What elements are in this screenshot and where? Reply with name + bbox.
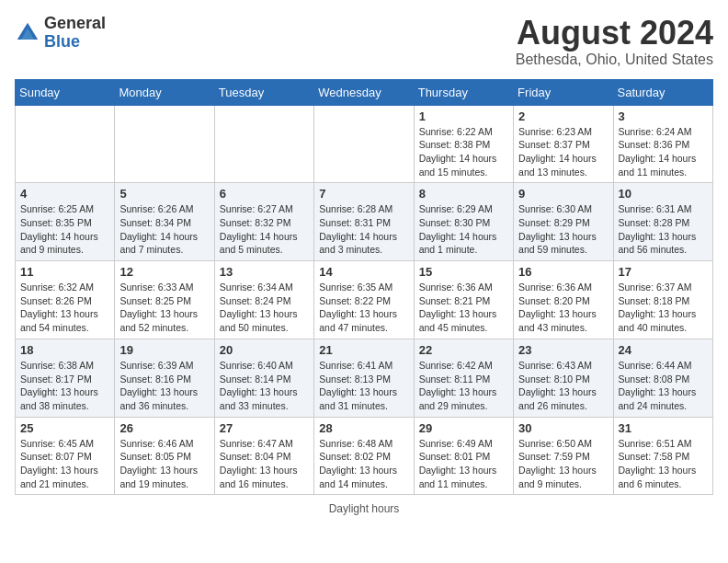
title-area: August 2024 Bethesda, Ohio, United State…	[516, 15, 713, 68]
calendar-cell	[115, 105, 214, 183]
day-info: Sunrise: 6:31 AM Sunset: 8:28 PM Dayligh…	[619, 202, 708, 257]
calendar-cell	[314, 105, 414, 183]
calendar-cell: 4Sunrise: 6:25 AM Sunset: 8:35 PM Daylig…	[16, 183, 115, 261]
calendar-cell: 29Sunrise: 6:49 AM Sunset: 8:01 PM Dayli…	[414, 417, 513, 495]
day-number: 6	[220, 187, 309, 201]
day-info: Sunrise: 6:49 AM Sunset: 8:01 PM Dayligh…	[419, 437, 508, 491]
calendar-cell: 2Sunrise: 6:23 AM Sunset: 8:37 PM Daylig…	[514, 105, 613, 183]
day-number: 28	[319, 421, 408, 435]
subtitle: Bethesda, Ohio, United States	[516, 52, 713, 68]
week-row-4: 18Sunrise: 6:38 AM Sunset: 8:17 PM Dayli…	[16, 339, 713, 417]
day-number: 14	[319, 265, 408, 279]
calendar-cell: 27Sunrise: 6:47 AM Sunset: 8:04 PM Dayli…	[214, 417, 313, 495]
calendar-cell: 11Sunrise: 6:32 AM Sunset: 8:26 PM Dayli…	[16, 261, 115, 339]
day-info: Sunrise: 6:44 AM Sunset: 8:08 PM Dayligh…	[619, 359, 708, 413]
day-header-tuesday: Tuesday	[214, 79, 313, 105]
day-number: 9	[518, 187, 608, 201]
day-number: 29	[419, 421, 508, 435]
calendar-cell: 26Sunrise: 6:46 AM Sunset: 8:05 PM Dayli…	[115, 417, 214, 495]
day-info: Sunrise: 6:22 AM Sunset: 8:38 PM Dayligh…	[419, 125, 508, 179]
day-info: Sunrise: 6:32 AM Sunset: 8:26 PM Dayligh…	[20, 281, 109, 335]
day-info: Sunrise: 6:38 AM Sunset: 8:17 PM Dayligh…	[20, 359, 109, 413]
day-number: 23	[518, 343, 608, 357]
calendar-cell: 8Sunrise: 6:29 AM Sunset: 8:30 PM Daylig…	[414, 183, 513, 261]
calendar-cell: 9Sunrise: 6:30 AM Sunset: 8:29 PM Daylig…	[514, 183, 613, 261]
day-number: 2	[518, 109, 608, 123]
main-title: August 2024	[516, 15, 713, 52]
day-number: 24	[619, 343, 708, 357]
day-info: Sunrise: 6:28 AM Sunset: 8:31 PM Dayligh…	[319, 202, 408, 257]
calendar-cell: 16Sunrise: 6:36 AM Sunset: 8:20 PM Dayli…	[514, 261, 613, 339]
calendar-cell: 23Sunrise: 6:43 AM Sunset: 8:10 PM Dayli…	[514, 339, 613, 417]
calendar-cell: 12Sunrise: 6:33 AM Sunset: 8:25 PM Dayli…	[115, 261, 214, 339]
week-row-1: 1Sunrise: 6:22 AM Sunset: 8:38 PM Daylig…	[16, 105, 713, 183]
day-info: Sunrise: 6:41 AM Sunset: 8:13 PM Dayligh…	[319, 359, 408, 413]
day-number: 19	[119, 343, 209, 357]
day-info: Sunrise: 6:48 AM Sunset: 8:02 PM Dayligh…	[319, 437, 408, 491]
day-info: Sunrise: 6:35 AM Sunset: 8:22 PM Dayligh…	[319, 281, 408, 335]
logo-text: General Blue	[44, 15, 106, 52]
calendar-cell: 30Sunrise: 6:50 AM Sunset: 7:59 PM Dayli…	[514, 417, 613, 495]
calendar-cell: 15Sunrise: 6:36 AM Sunset: 8:21 PM Dayli…	[414, 261, 513, 339]
day-number: 11	[20, 265, 109, 279]
day-info: Sunrise: 6:46 AM Sunset: 8:05 PM Dayligh…	[119, 437, 209, 491]
calendar-cell	[214, 105, 313, 183]
day-info: Sunrise: 6:33 AM Sunset: 8:25 PM Dayligh…	[119, 281, 209, 335]
calendar-cell: 22Sunrise: 6:42 AM Sunset: 8:11 PM Dayli…	[414, 339, 513, 417]
day-number: 4	[20, 187, 109, 201]
day-number: 5	[119, 187, 209, 201]
day-number: 26	[119, 421, 209, 435]
day-info: Sunrise: 6:51 AM Sunset: 7:58 PM Dayligh…	[619, 437, 708, 491]
calendar-cell: 13Sunrise: 6:34 AM Sunset: 8:24 PM Dayli…	[214, 261, 313, 339]
calendar-cell: 19Sunrise: 6:39 AM Sunset: 8:16 PM Dayli…	[115, 339, 214, 417]
day-number: 3	[619, 109, 708, 123]
day-info: Sunrise: 6:40 AM Sunset: 8:14 PM Dayligh…	[220, 359, 309, 413]
day-info: Sunrise: 6:39 AM Sunset: 8:16 PM Dayligh…	[119, 359, 209, 413]
day-info: Sunrise: 6:37 AM Sunset: 8:18 PM Dayligh…	[619, 281, 708, 335]
day-info: Sunrise: 6:47 AM Sunset: 8:04 PM Dayligh…	[220, 437, 309, 491]
day-header-thursday: Thursday	[414, 79, 513, 105]
day-info: Sunrise: 6:50 AM Sunset: 7:59 PM Dayligh…	[518, 437, 608, 491]
calendar-cell: 5Sunrise: 6:26 AM Sunset: 8:34 PM Daylig…	[115, 183, 214, 261]
day-header-monday: Monday	[115, 79, 214, 105]
day-info: Sunrise: 6:45 AM Sunset: 8:07 PM Dayligh…	[20, 437, 109, 491]
day-info: Sunrise: 6:24 AM Sunset: 8:36 PM Dayligh…	[619, 125, 708, 179]
header: General Blue August 2024 Bethesda, Ohio,…	[15, 15, 713, 68]
logo-icon	[15, 20, 40, 46]
day-header-sunday: Sunday	[16, 79, 115, 105]
day-number: 7	[319, 187, 408, 201]
calendar-cell: 28Sunrise: 6:48 AM Sunset: 8:02 PM Dayli…	[314, 417, 414, 495]
calendar-cell: 3Sunrise: 6:24 AM Sunset: 8:36 PM Daylig…	[613, 105, 712, 183]
logo: General Blue	[15, 15, 106, 52]
day-info: Sunrise: 6:23 AM Sunset: 8:37 PM Dayligh…	[518, 125, 608, 179]
day-number: 27	[220, 421, 309, 435]
calendar-cell: 14Sunrise: 6:35 AM Sunset: 8:22 PM Dayli…	[314, 261, 414, 339]
day-header-wednesday: Wednesday	[314, 79, 414, 105]
day-info: Sunrise: 6:43 AM Sunset: 8:10 PM Dayligh…	[518, 359, 608, 413]
calendar-cell: 31Sunrise: 6:51 AM Sunset: 7:58 PM Dayli…	[613, 417, 712, 495]
day-number: 18	[20, 343, 109, 357]
day-header-friday: Friday	[514, 79, 613, 105]
day-number: 15	[419, 265, 508, 279]
week-row-2: 4Sunrise: 6:25 AM Sunset: 8:35 PM Daylig…	[16, 183, 713, 261]
day-number: 25	[20, 421, 109, 435]
day-number: 1	[419, 109, 508, 123]
day-info: Sunrise: 6:27 AM Sunset: 8:32 PM Dayligh…	[220, 202, 309, 257]
day-number: 17	[619, 265, 708, 279]
calendar-cell: 24Sunrise: 6:44 AM Sunset: 8:08 PM Dayli…	[613, 339, 712, 417]
day-info: Sunrise: 6:29 AM Sunset: 8:30 PM Dayligh…	[419, 202, 508, 257]
day-info: Sunrise: 6:42 AM Sunset: 8:11 PM Dayligh…	[419, 359, 508, 413]
day-number: 31	[619, 421, 708, 435]
day-info: Sunrise: 6:25 AM Sunset: 8:35 PM Dayligh…	[20, 202, 109, 257]
day-number: 21	[319, 343, 408, 357]
calendar-cell	[16, 105, 115, 183]
day-number: 12	[119, 265, 209, 279]
day-number: 22	[419, 343, 508, 357]
day-number: 20	[220, 343, 309, 357]
calendar-cell: 1Sunrise: 6:22 AM Sunset: 8:38 PM Daylig…	[414, 105, 513, 183]
day-info: Sunrise: 6:36 AM Sunset: 8:21 PM Dayligh…	[419, 281, 508, 335]
calendar-cell: 7Sunrise: 6:28 AM Sunset: 8:31 PM Daylig…	[314, 183, 414, 261]
calendar-cell: 10Sunrise: 6:31 AM Sunset: 8:28 PM Dayli…	[613, 183, 712, 261]
calendar-cell: 21Sunrise: 6:41 AM Sunset: 8:13 PM Dayli…	[314, 339, 414, 417]
week-row-3: 11Sunrise: 6:32 AM Sunset: 8:26 PM Dayli…	[16, 261, 713, 339]
